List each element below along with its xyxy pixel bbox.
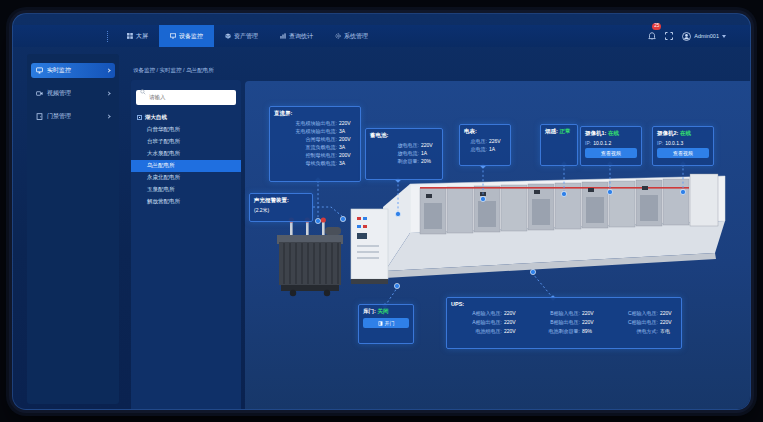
notification-bell[interactable]: 25 xyxy=(648,27,656,45)
metric-label: 母线负载电流: xyxy=(274,159,337,167)
sound-alarm-label: 声光报警装置: xyxy=(254,197,308,204)
metric-value: 220V xyxy=(421,141,438,149)
meter-panel: 电表: 总电压:226V 总电流:1A xyxy=(459,124,511,166)
sidebar-item-label: 视频管理 xyxy=(47,89,71,98)
chevron-down-icon xyxy=(722,35,726,38)
panel-title: 直流屏: xyxy=(274,110,356,117)
left-sidebar: 实时监控 视频管理 门禁管理 xyxy=(27,54,119,404)
sidebar-item-label: 门禁管理 xyxy=(47,112,71,121)
tree-root-label: 湖大自线 xyxy=(145,114,167,121)
chevron-right-icon xyxy=(106,114,110,118)
metric-value: 220V xyxy=(504,309,521,317)
door-label: 库门: xyxy=(363,308,376,314)
camera1-panel: 摄像机1: 在线 IP:10.0.1.2 查看视频 xyxy=(580,126,642,166)
user-menu[interactable]: Admin001 xyxy=(682,32,726,41)
tree-search xyxy=(136,85,236,105)
user-name: Admin001 xyxy=(694,33,719,39)
app-window: 大屏 设备监控 资产管理 查询统计 系统管理 25 xyxy=(12,13,751,410)
metric-value: 220V xyxy=(504,327,521,335)
chevron-right-icon xyxy=(106,68,110,72)
sidebar-item-label: 实时监控 xyxy=(47,66,71,75)
search-icon xyxy=(140,89,146,95)
fullscreen-icon[interactable] xyxy=(665,32,673,40)
metric-value: 220V xyxy=(504,318,521,326)
nav-item-label: 系统管理 xyxy=(344,32,368,41)
nav-item-system[interactable]: 系统管理 xyxy=(324,25,379,47)
metric-value: 1A xyxy=(489,145,506,153)
camera-label: 摄像机1: xyxy=(585,130,606,136)
desktop-background: 大屏 设备监控 资产管理 查询统计 系统管理 25 xyxy=(0,0,763,422)
metric-value: 20% xyxy=(421,157,438,165)
metric-value: 3A xyxy=(339,127,356,135)
open-door-button[interactable]: 开门 xyxy=(363,318,409,328)
tree-item-station[interactable]: 大水泉配电所 xyxy=(131,148,241,160)
chevron-right-icon xyxy=(106,91,110,95)
nav-item-label: 设备监控 xyxy=(179,32,203,41)
ip-value: 10.0.1.2 xyxy=(593,139,611,147)
metric-value: 1A xyxy=(421,149,438,157)
video-camera-icon xyxy=(36,90,43,97)
metric-value: 200V xyxy=(339,151,356,159)
camera-label: 摄像机2: xyxy=(657,130,678,136)
collapse-icon xyxy=(137,115,142,120)
tree-item-station[interactable]: 玉泉配电所 xyxy=(131,184,241,196)
tree-item-station[interactable]: 台班子配电所 xyxy=(131,136,241,148)
metric-label: 剩余容量: xyxy=(370,157,419,165)
nav-item-label: 大屏 xyxy=(136,32,148,41)
box-icon xyxy=(225,33,231,39)
tree-item-station-selected[interactable]: 乌兰配电所 xyxy=(131,160,241,172)
metric-value: 220V xyxy=(582,309,599,317)
metric-label: B相输出电压: xyxy=(529,318,580,326)
ip-label: IP: xyxy=(657,139,663,147)
sidebar-item-realtime-monitor[interactable]: 实时监控 xyxy=(31,63,115,78)
nav-item-device-monitor[interactable]: 设备监控 xyxy=(159,25,214,47)
metric-label: 直流负载电流: xyxy=(274,143,337,151)
metric-value: 220V xyxy=(660,318,677,326)
camera-status: 在线 xyxy=(608,130,619,136)
tree-root-node[interactable]: 湖大自线 xyxy=(131,111,241,124)
metric-value: 200V xyxy=(339,135,356,143)
metric-label: A相输出电压: xyxy=(451,318,502,326)
ip-label: IP: xyxy=(585,139,591,147)
nav-item-label: 查询统计 xyxy=(289,32,313,41)
metric-value: 220V xyxy=(582,318,599,326)
metric-value: 89% xyxy=(582,327,599,335)
nav-items: 大屏 设备监控 资产管理 查询统计 系统管理 xyxy=(116,25,379,47)
ups-metrics-grid: A相输入电压:220V B相输入电压:220V C相输入电压:220V A相输出… xyxy=(451,309,677,335)
view-video-button[interactable]: 查看视频 xyxy=(585,148,637,158)
monitor-icon xyxy=(36,67,43,74)
nav-item-dashboard[interactable]: 大屏 xyxy=(116,25,159,47)
metric-label: 电池剩余容量: xyxy=(529,327,580,335)
tree-item-station[interactable]: 白音华配电所 xyxy=(131,124,241,136)
metric-label: 总电压: xyxy=(464,137,487,145)
search-input[interactable] xyxy=(136,90,236,105)
nav-item-query-stats[interactable]: 查询统计 xyxy=(269,25,324,47)
tree-item-station[interactable]: 永康北配电所 xyxy=(131,172,241,184)
nav-item-assets[interactable]: 资产管理 xyxy=(214,25,269,47)
tree-item-station[interactable]: 解放营配电所 xyxy=(131,196,241,208)
sidebar-item-access-control[interactable]: 门禁管理 xyxy=(31,109,115,124)
ups-panel: UPS: A相输入电压:220V B相输入电压:220V C相输入电压:220V… xyxy=(446,297,682,349)
bell-icon xyxy=(648,32,656,41)
station-tree-panel: 湖大自线 白音华配电所 台班子配电所 大水泉配电所 乌兰配电所 永康北配电所 玉… xyxy=(131,80,241,410)
door-open-icon xyxy=(378,321,383,326)
metric-label: C相输入电压: xyxy=(607,309,658,317)
sound-alarm-panel: 声光报警装置: (2.2米) xyxy=(249,193,313,222)
open-door-label: 开门 xyxy=(385,320,395,326)
breadcrumb: 设备监控 / 实时监控 / 乌兰配电所 xyxy=(133,67,214,74)
view-video-button[interactable]: 查看视频 xyxy=(657,148,709,158)
sound-alarm-value: (2.2米) xyxy=(254,206,271,214)
panel-title: 蓄电池: xyxy=(370,132,438,139)
metric-value: 220V xyxy=(339,119,356,127)
metric-label: 放电电流: xyxy=(370,149,419,157)
smoke-label: 烟感: xyxy=(545,128,558,134)
monitor-icon xyxy=(170,33,176,39)
user-avatar-icon xyxy=(682,32,691,41)
metric-label: 合闸母线电压: xyxy=(274,135,337,143)
gear-icon xyxy=(335,33,341,39)
metric-value: 市电 xyxy=(660,327,677,335)
metric-label: 供电方式: xyxy=(607,327,658,335)
door-panel: 库门: 关闭 开门 xyxy=(358,304,414,344)
metric-label: C相输出电压: xyxy=(607,318,658,326)
sidebar-item-video-manage[interactable]: 视频管理 xyxy=(31,86,115,101)
